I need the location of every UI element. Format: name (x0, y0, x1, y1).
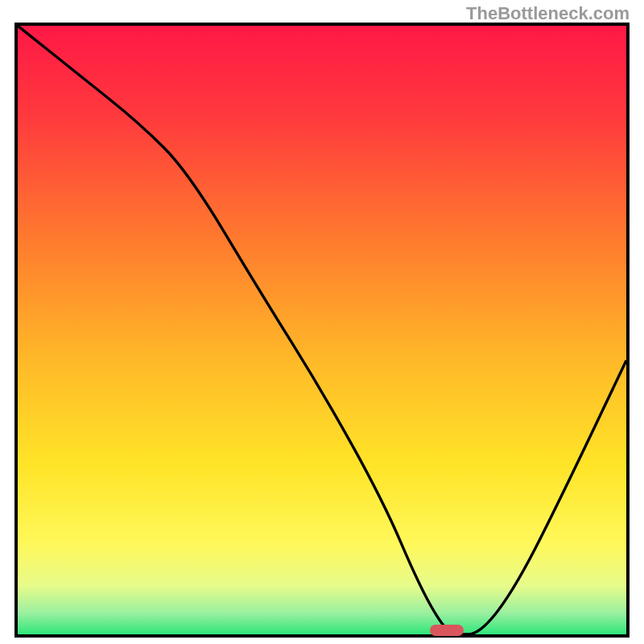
watermark-text: TheBottleneck.com (466, 3, 630, 24)
chart-background-gradient (18, 26, 626, 634)
chart-frame (14, 23, 630, 638)
optimal-marker (430, 625, 464, 636)
gradient-rect (18, 26, 626, 634)
